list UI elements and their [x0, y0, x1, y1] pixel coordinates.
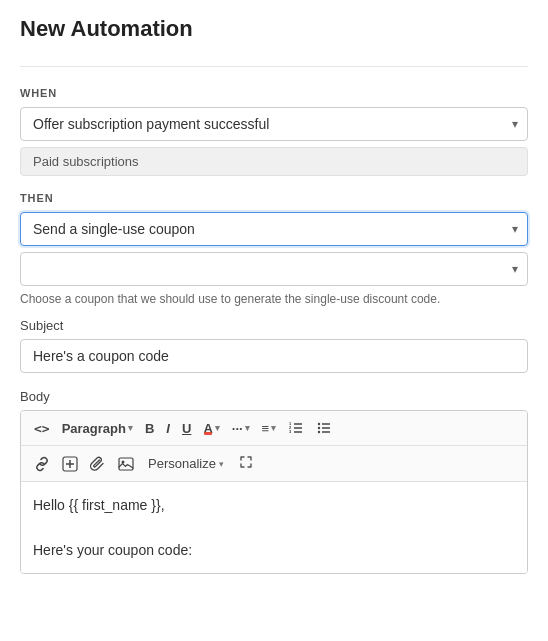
- underline-button[interactable]: U: [177, 418, 196, 439]
- paid-subscriptions-badge: Paid subscriptions: [20, 147, 528, 176]
- svg-point-10: [318, 427, 320, 429]
- subject-input[interactable]: [20, 339, 528, 373]
- then-label: THEN: [20, 192, 528, 204]
- italic-button[interactable]: I: [161, 418, 175, 439]
- underline-label: U: [182, 421, 191, 436]
- add-icon: [62, 456, 78, 472]
- subject-label: Subject: [20, 318, 528, 333]
- svg-point-16: [122, 460, 125, 463]
- editor-line-2: Here's your coupon code:: [33, 539, 515, 561]
- image-button[interactable]: [113, 453, 139, 475]
- svg-point-11: [318, 431, 320, 433]
- action-select[interactable]: Send a single-use coupon: [20, 212, 528, 246]
- color-chevron-icon: ▾: [215, 423, 220, 433]
- add-button[interactable]: [57, 453, 83, 475]
- personalize-chevron-icon: ▾: [219, 459, 224, 469]
- more-options-label: ···: [232, 421, 243, 436]
- align-button[interactable]: ≡ ▾: [257, 418, 282, 439]
- align-label: ≡: [262, 421, 270, 436]
- trigger-select-wrapper: Offer subscription payment successful ▾: [20, 107, 528, 141]
- personalize-button[interactable]: Personalize ▾: [141, 453, 231, 474]
- link-icon: [34, 456, 50, 472]
- body-editor: <> Paragraph ▾ B I U A: [20, 410, 528, 574]
- editor-line-1: Hello {{ first_name }},: [33, 494, 515, 516]
- then-section: THEN Send a single-use coupon ▾ ▾ Choose…: [20, 192, 528, 574]
- image-icon: [118, 456, 134, 472]
- svg-text:3: 3: [289, 429, 292, 434]
- editor-body[interactable]: Hello {{ first_name }}, Here's your coup…: [21, 482, 527, 573]
- color-bar: [204, 432, 211, 435]
- code-view-button[interactable]: <>: [29, 418, 55, 439]
- bold-button[interactable]: B: [140, 418, 159, 439]
- svg-rect-15: [119, 458, 133, 470]
- bold-label: B: [145, 421, 154, 436]
- more-options-button[interactable]: ··· ▾: [227, 418, 255, 439]
- attach-icon: [90, 456, 106, 472]
- link-button[interactable]: [29, 453, 55, 475]
- coupon-select[interactable]: [20, 252, 528, 286]
- paragraph-button[interactable]: Paragraph ▾: [57, 418, 138, 439]
- page-title: New Automation: [20, 16, 528, 42]
- more-chevron-icon: ▾: [245, 423, 250, 433]
- body-label: Body: [20, 389, 528, 404]
- code-icon: <>: [34, 421, 50, 436]
- toolbar-row-1: <> Paragraph ▾ B I U A: [21, 411, 527, 446]
- color-button[interactable]: A ▾: [198, 418, 224, 439]
- unordered-list-button[interactable]: [311, 417, 337, 439]
- coupon-select-wrapper: ▾: [20, 252, 528, 286]
- ordered-list-icon: 1 2 3: [288, 420, 304, 436]
- coupon-hint: Choose a coupon that we should use to ge…: [20, 292, 528, 306]
- attach-button[interactable]: [85, 453, 111, 475]
- expand-icon: [238, 454, 254, 470]
- paragraph-chevron-icon: ▾: [128, 423, 133, 433]
- when-section: WHEN Offer subscription payment successf…: [20, 87, 528, 176]
- align-chevron-icon: ▾: [271, 423, 276, 433]
- when-label: WHEN: [20, 87, 528, 99]
- trigger-select[interactable]: Offer subscription payment successful: [20, 107, 528, 141]
- action-select-wrapper: Send a single-use coupon ▾: [20, 212, 528, 246]
- page-container: New Automation WHEN Offer subscription p…: [0, 0, 548, 590]
- expand-button[interactable]: [233, 451, 259, 476]
- unordered-list-icon: [316, 420, 332, 436]
- section-divider: [20, 66, 528, 67]
- svg-point-9: [318, 423, 320, 425]
- ordered-list-button[interactable]: 1 2 3: [283, 417, 309, 439]
- italic-label: I: [166, 421, 170, 436]
- toolbar-row-2: Personalize ▾: [21, 446, 527, 482]
- paragraph-label: Paragraph: [62, 421, 126, 436]
- personalize-label: Personalize: [148, 456, 216, 471]
- color-label: A: [203, 421, 212, 436]
